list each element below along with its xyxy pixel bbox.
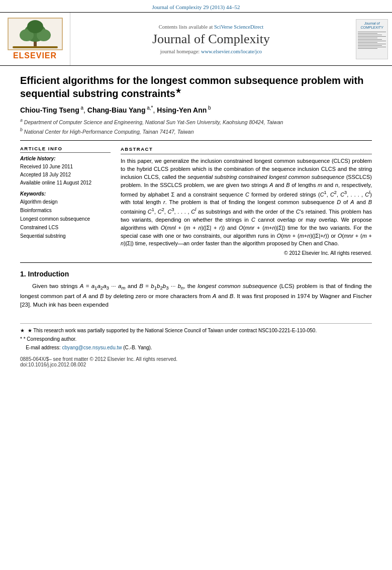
elsevier-logo: ELSEVIER [0, 13, 70, 65]
elsevier-tree-icon [8, 18, 63, 50]
journal-cover: Journal ofCOMPLEXITY [352, 16, 392, 62]
author-1: Chiou-Ting Tseng [20, 106, 79, 114]
affil-b-sup: b [20, 127, 23, 132]
cover-line-11 [358, 47, 386, 48]
footnote-corresponding: * * Corresponding author. [20, 335, 372, 343]
homepage-prefix: journal homepage: [160, 49, 201, 54]
header-section: ELSEVIER Contents lists available at Sci… [0, 13, 392, 66]
authors-line: Chiou-Ting Tseng a, Chang-Biau Yang a,*,… [20, 105, 372, 114]
main-content: Efficient algorithms for the longest com… [0, 66, 392, 315]
footnote-star: ★ ★ This research work was partially sup… [20, 327, 372, 334]
cover-line-1 [358, 32, 386, 33]
cover-line-4 [358, 36, 386, 37]
affil-a-text: Department of Computer Science and Engin… [24, 119, 283, 125]
footnotes: ★ ★ This research work was partially sup… [0, 324, 392, 354]
section-title: 1. Introduction [20, 270, 372, 278]
article-info-head: ARTICLE INFO [20, 146, 111, 153]
email-name: (C.-B. Yang). [123, 345, 152, 350]
affiliations: a Department of Computer Science and Eng… [20, 117, 372, 126]
article-info: ARTICLE INFO Article history: Received 1… [20, 146, 111, 257]
keywords-head: Keywords: [20, 191, 111, 197]
journal-ref-text: Journal of Complexity 29 (2013) 44–52 [152, 4, 240, 10]
svg-point-6 [27, 20, 43, 33]
author-2-sup: a,* [145, 105, 153, 111]
cover-line-9 [358, 44, 386, 45]
keyword-3: Longest common subsequence [20, 215, 111, 223]
journal-ref-bar: Journal of Complexity 29 (2013) 44–52 [0, 0, 392, 13]
title-star: ★ [175, 87, 181, 94]
abstract-head: ABSTRACT [121, 146, 372, 154]
keyword-4: Constrained LCS [20, 223, 111, 232]
svg-rect-7 [13, 46, 58, 48]
keyword-1: Algorithm design [20, 198, 111, 206]
article-history-head: Article history: [20, 156, 111, 161]
journal-homepage: journal homepage: www.elsevier.com/locat… [75, 49, 347, 54]
affiliation-b: b National Center for High-Performance C… [20, 127, 372, 135]
cover-lines [358, 31, 386, 50]
divider-after-affiliations [20, 140, 372, 141]
author-2: Chang-Biau Yang [87, 106, 146, 114]
abstract-section: ABSTRACT In this paper, we generalize th… [121, 146, 372, 257]
email-link[interactable]: cbyang@cse.nsysu.edu.tw [62, 345, 122, 350]
affil-b-text: National Center for High-Performance Com… [24, 128, 194, 134]
paper-title: Efficient algorithms for the longest com… [20, 74, 372, 100]
affil-a-sup: a [20, 118, 23, 123]
bottom-meta: 0885-064X/$– see front matter © 2012 Els… [0, 354, 392, 371]
cover-line-12 [358, 48, 377, 49]
cover-line-7 [358, 41, 386, 42]
issn-line: 0885-064X/$– see front matter © 2012 Els… [20, 356, 372, 362]
corresponding-star-icon: * [20, 336, 22, 342]
cover-line-2 [358, 33, 377, 34]
email-label: E-mail address: [26, 345, 60, 350]
keyword-5: Sequential substring [20, 232, 111, 240]
star-fn-icon: ★ [20, 328, 25, 333]
footnote-email: E-mail address: cbyang@cse.nsysu.edu.tw … [20, 344, 372, 351]
author-3-sup: b [207, 105, 211, 111]
cover-title: Journal ofCOMPLEXITY [360, 22, 383, 30]
author-3: Hsing-Yen Ann [157, 106, 207, 114]
sciverse-prefix: Contents lists available at [159, 24, 214, 30]
doi-line: doi:10.1016/j.jco.2012.08.002 [20, 362, 372, 367]
cover-line-3 [358, 35, 382, 36]
sciverse-line: Contents lists available at SciVerse Sci… [75, 24, 347, 30]
intro-paragraph: Given two strings A = a1a2a3 ··· am and … [20, 282, 372, 309]
homepage-link[interactable]: www.elsevier.com/locate/jco [201, 49, 262, 54]
cover-image: Journal ofCOMPLEXITY [356, 19, 388, 59]
received-line: Received 10 June 2011 Accepted 18 July 2… [20, 163, 111, 187]
header-center: Contents lists available at SciVerse Sci… [70, 20, 352, 58]
two-col-layout: ARTICLE INFO Article history: Received 1… [20, 146, 372, 257]
cover-line-5 [358, 38, 377, 39]
keywords-list: Algorithm design Bioinformatics Longest … [20, 198, 111, 240]
sciverse-link[interactable]: SciVerse ScienceDirect [214, 24, 263, 30]
copyright-line: © 2012 Elsevier Inc. All rights reserved… [121, 250, 372, 257]
cover-line-10 [358, 45, 382, 46]
journal-title: Journal of Complexity [75, 32, 347, 47]
cover-line-8 [358, 42, 377, 43]
elsevier-wordmark: ELSEVIER [13, 51, 57, 60]
keyword-2: Bioinformatics [20, 206, 111, 215]
page: Journal of Complexity 29 (2013) 44–52 EL… [0, 0, 392, 570]
abstract-text: In this paper, we generalize the inclusi… [121, 157, 372, 248]
author-1-sup: a [79, 105, 83, 111]
cover-line-6 [358, 39, 382, 40]
divider-before-intro [20, 262, 372, 263]
introduction-section: 1. Introduction Given two strings A = a1… [20, 270, 372, 309]
